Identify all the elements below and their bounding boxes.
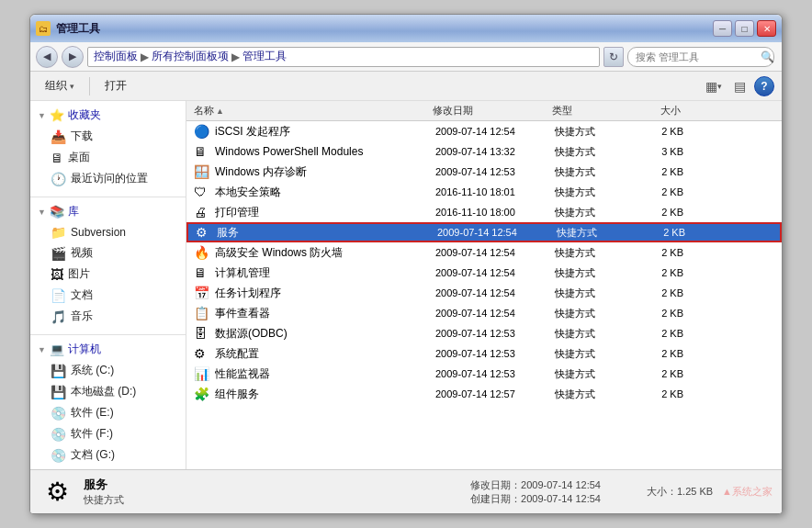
refresh-button[interactable]: ↻ <box>603 47 624 67</box>
file-size: 3 KB <box>628 146 683 157</box>
sidebar: ▼ ⭐ 收藏夹 📥 下载 🖥 桌面 🕐 最近访问的位置 <box>30 101 186 469</box>
columns-button[interactable]: ▤ <box>728 75 750 97</box>
file-type-icon: 🖥 <box>194 264 210 281</box>
file-name: 高级安全 Windows 防火墙 <box>215 245 435 261</box>
organize-button[interactable]: 组织 ▾ <box>38 75 82 97</box>
file-name: 性能监视器 <box>215 366 435 382</box>
table-row[interactable]: 🖨 打印管理 2016-11-10 18:00 快捷方式 2 KB <box>186 202 782 222</box>
file-type: 快捷方式 <box>555 246 628 260</box>
status-bar: ⚙ 服务 快捷方式 修改日期：2009-07-14 12:54 创建日期：200… <box>30 469 782 513</box>
sidebar-item-drive-f[interactable]: 💿 软件 (F:) <box>30 423 186 444</box>
file-type-icon: 📊 <box>194 365 210 382</box>
sidebar-header-library[interactable]: ▼ 📚 库 <box>30 201 186 222</box>
file-date: 2009-07-14 12:53 <box>435 368 555 379</box>
table-row[interactable]: 🛡 本地安全策略 2016-11-10 18:01 快捷方式 2 KB <box>186 182 782 202</box>
sidebar-item-drive-g[interactable]: 💿 文档 (G:) <box>30 444 186 466</box>
table-row[interactable]: 🖥 计算机管理 2009-07-14 12:54 快捷方式 2 KB <box>186 263 782 283</box>
minimize-button[interactable]: ─ <box>713 20 732 37</box>
status-file-name: 服务 <box>84 477 461 493</box>
window-icon: 🗂 <box>36 21 51 36</box>
address-path[interactable]: 控制面板 ▶ 所有控制面板项 ▶ 管理工具 <box>87 47 600 67</box>
file-date: 2009-07-14 12:53 <box>435 166 555 177</box>
status-info: 服务 快捷方式 <box>84 477 461 507</box>
file-area: 名称▲ 修改日期 类型 大小 🔵 iSCSI 发起程序 2009-07-14 1… <box>186 101 782 469</box>
file-size: 2 KB <box>628 126 683 137</box>
file-type-icon: 🪟 <box>194 163 210 180</box>
file-list-header: 名称▲ 修改日期 类型 大小 <box>186 101 782 121</box>
file-size: 2 KB <box>628 247 683 258</box>
file-size: 2 KB <box>628 287 683 298</box>
file-size: 2 KB <box>630 227 685 238</box>
search-icon[interactable]: 🔍 <box>758 48 776 66</box>
file-date: 2009-07-14 12:54 <box>435 247 555 258</box>
sidebar-item-desktop[interactable]: 🖥 桌面 <box>30 147 186 168</box>
file-type-icon: ⚙ <box>194 345 210 362</box>
sidebar-item-document[interactable]: 📄 文档 <box>30 285 186 306</box>
close-button[interactable]: ✕ <box>757 20 776 37</box>
file-name: 任务计划程序 <box>215 286 435 301</box>
file-type: 快捷方式 <box>555 185 628 199</box>
sidebar-item-recent[interactable]: 🕐 最近访问的位置 <box>30 168 186 189</box>
table-row[interactable]: ⚙ 系统配置 2009-07-14 12:53 快捷方式 2 KB <box>186 343 782 364</box>
file-name: 服务 <box>217 225 437 241</box>
table-row[interactable]: 🗄 数据源(ODBC) 2009-07-14 12:53 快捷方式 2 KB <box>186 323 782 343</box>
back-button[interactable]: ◀ <box>36 46 58 68</box>
forward-button[interactable]: ▶ <box>62 46 84 68</box>
col-header-size[interactable]: 大小 <box>626 104 681 118</box>
table-row[interactable]: 🔵 iSCSI 发起程序 2009-07-14 12:54 快捷方式 2 KB <box>186 121 782 141</box>
file-type-icon: 🧩 <box>194 386 210 402</box>
file-type: 快捷方式 <box>555 206 628 219</box>
file-type: 快捷方式 <box>555 388 628 401</box>
table-row[interactable]: 📅 任务计划程序 2009-07-14 12:54 快捷方式 2 KB <box>186 283 782 303</box>
maximize-button[interactable]: □ <box>735 20 754 37</box>
file-date: 2009-07-14 12:53 <box>435 328 555 339</box>
toolbar-right: ▦ ▾ ▤ ? <box>703 75 774 97</box>
search-input[interactable] <box>627 47 774 67</box>
table-row[interactable]: 📋 事件查看器 2009-07-14 12:54 快捷方式 2 KB <box>186 303 782 323</box>
table-row[interactable]: 🪟 Windows 内存诊断 2009-07-14 12:53 快捷方式 2 K… <box>186 162 782 182</box>
title-bar: 🗂 管理工具 ─ □ ✕ <box>30 15 782 42</box>
file-date: 2009-07-14 13:32 <box>435 146 555 157</box>
help-button[interactable]: ? <box>754 76 774 96</box>
sidebar-item-music[interactable]: 🎵 音乐 <box>30 306 186 327</box>
path-mid[interactable]: 所有控制面板项 <box>152 49 229 64</box>
sidebar-item-video[interactable]: 🎬 视频 <box>30 242 186 264</box>
main-content: ▼ ⭐ 收藏夹 📥 下载 🖥 桌面 🕐 最近访问的位置 <box>30 101 782 469</box>
open-button[interactable]: 打开 <box>97 75 134 97</box>
col-header-name[interactable]: 名称▲ <box>194 104 433 118</box>
file-type: 快捷方式 <box>555 367 628 381</box>
sidebar-item-drive-e[interactable]: 💿 软件 (E:) <box>30 402 186 423</box>
sidebar-item-drive-d[interactable]: 💾 本地磁盘 (D:) <box>30 381 186 402</box>
col-header-type[interactable]: 类型 <box>552 104 626 118</box>
file-type-icon: ⚙ <box>196 224 212 241</box>
path-current[interactable]: 管理工具 <box>242 49 287 64</box>
view-button[interactable]: ▦ ▾ <box>703 75 725 97</box>
table-row[interactable]: 🔥 高级安全 Windows 防火墙 2009-07-14 12:54 快捷方式… <box>186 242 782 263</box>
file-date: 2009-07-14 12:53 <box>435 348 555 359</box>
file-size: 2 KB <box>628 186 683 197</box>
sidebar-item-subversion[interactable]: 📁 Subversion <box>30 222 186 242</box>
file-type: 快捷方式 <box>555 125 628 139</box>
path-root[interactable]: 控制面板 <box>94 49 138 64</box>
file-type: 快捷方式 <box>555 307 628 320</box>
file-size: 2 KB <box>628 207 683 218</box>
table-row[interactable]: 📊 性能监视器 2009-07-14 12:53 快捷方式 2 KB <box>186 364 782 384</box>
col-header-date[interactable]: 修改日期 <box>433 104 552 118</box>
file-date: 2009-07-14 12:54 <box>435 287 555 298</box>
file-type-icon: 🖥 <box>194 143 210 160</box>
table-row[interactable]: 🧩 组件服务 2009-07-14 12:57 快捷方式 2 KB <box>186 384 782 404</box>
file-type: 快捷方式 <box>555 145 628 159</box>
sidebar-header-computer[interactable]: ▼ 💻 计算机 <box>30 339 186 360</box>
table-row[interactable]: 🖥 Windows PowerShell Modules 2009-07-14 … <box>186 141 782 162</box>
table-row[interactable]: ⚙ 服务 2009-07-14 12:54 快捷方式 2 KB <box>186 222 782 242</box>
sidebar-item-drive-c[interactable]: 💾 系统 (C:) <box>30 360 186 381</box>
file-name: iSCSI 发起程序 <box>215 124 435 140</box>
file-type: 快捷方式 <box>555 286 628 300</box>
file-size: 2 KB <box>628 267 683 278</box>
sidebar-item-download[interactable]: 📥 下载 <box>30 126 186 147</box>
sidebar-header-favorites[interactable]: ▼ ⭐ 收藏夹 <box>30 105 186 126</box>
file-size: 2 KB <box>628 308 683 319</box>
file-size: 2 KB <box>628 328 683 339</box>
file-date: 2016-11-10 18:00 <box>435 207 555 218</box>
sidebar-item-picture[interactable]: 🖼 图片 <box>30 264 186 285</box>
